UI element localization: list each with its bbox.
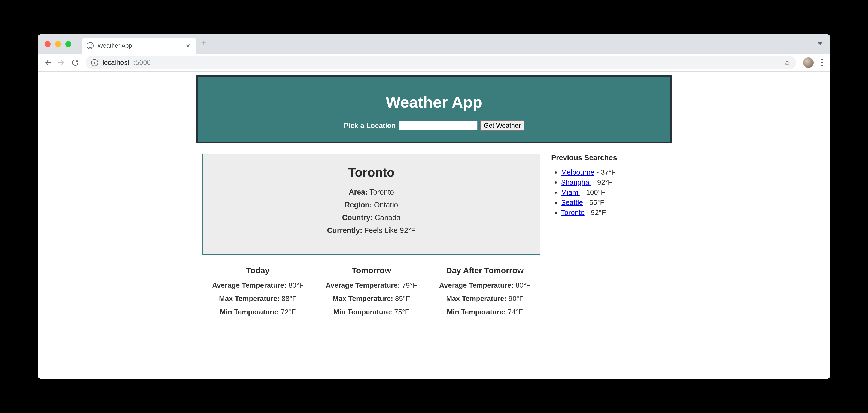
previous-searches-list: Melbourne - 37°F Shanghai - 92°F Miami -… xyxy=(551,168,665,217)
list-item: Melbourne - 37°F xyxy=(561,168,665,177)
arrow-left-icon xyxy=(44,59,52,67)
forecast-tomorrow: Tomorrow Average Temperature: 79°F Max T… xyxy=(316,266,427,321)
country-row: Country: Canada xyxy=(209,214,534,222)
info-icon[interactable]: i xyxy=(91,59,98,66)
header-banner: Weather App Pick a Location Get Weather xyxy=(196,75,672,143)
tab-strip: Weather App × + xyxy=(38,33,830,54)
browser-window: Weather App × + i localhost:5000 ☆ xyxy=(38,33,830,380)
region-row: Region: Ontario xyxy=(209,201,534,209)
browser-toolbar: i localhost:5000 ☆ xyxy=(38,54,830,72)
city-heading: Toronto xyxy=(209,165,534,180)
globe-icon xyxy=(87,42,94,49)
reload-button[interactable] xyxy=(70,57,81,68)
previous-search-link[interactable]: Seattle xyxy=(561,198,583,206)
forecast-day-after: Day After Tomorrow Average Temperature: … xyxy=(429,266,540,321)
forecast-heading: Today xyxy=(203,266,313,275)
currently-row: Currently: Feels Like 92°F xyxy=(209,226,534,235)
location-label: Pick a Location xyxy=(344,122,396,130)
page-title: Weather App xyxy=(203,93,665,111)
chevron-down-icon xyxy=(817,42,823,45)
url-path: :5000 xyxy=(134,59,151,66)
profile-avatar[interactable] xyxy=(803,58,813,68)
forecast-heading: Tomorrow xyxy=(316,266,427,275)
forward-button[interactable] xyxy=(56,57,67,68)
previous-search-link[interactable]: Toronto xyxy=(561,209,585,217)
new-tab-button[interactable]: + xyxy=(201,38,207,50)
browser-tab[interactable]: Weather App × xyxy=(82,38,196,54)
get-weather-button[interactable]: Get Weather xyxy=(480,120,524,131)
tab-title: Weather App xyxy=(97,42,181,49)
previous-searches-sidebar: Previous Searches Melbourne - 37°F Shang… xyxy=(551,154,665,321)
forecast-heading: Day After Tomorrow xyxy=(429,266,540,275)
dots-icon xyxy=(821,59,823,61)
location-input[interactable] xyxy=(399,121,477,130)
window-minimize-button[interactable] xyxy=(55,41,61,47)
page-viewport: Weather App Pick a Location Get Weather … xyxy=(38,72,830,380)
main-content: Toronto Area: Toronto Region: Ontario Co… xyxy=(196,154,672,321)
star-icon[interactable]: ☆ xyxy=(783,58,790,67)
back-button[interactable] xyxy=(42,57,53,68)
current-weather-card: Toronto Area: Toronto Region: Ontario Co… xyxy=(203,154,540,255)
tabs-dropdown-button[interactable] xyxy=(817,42,823,45)
sidebar-heading: Previous Searches xyxy=(551,154,665,162)
arrow-right-icon xyxy=(58,59,66,67)
list-item: Toronto - 92°F xyxy=(561,209,665,217)
forecast-today: Today Average Temperature: 80°F Max Temp… xyxy=(203,266,313,321)
address-bar[interactable]: i localhost:5000 ☆ xyxy=(86,56,796,69)
result-column: Toronto Area: Toronto Region: Ontario Co… xyxy=(203,154,540,321)
previous-search-link[interactable]: Melbourne xyxy=(561,168,594,176)
window-controls xyxy=(45,41,71,47)
window-maximize-button[interactable] xyxy=(65,41,71,47)
menu-button[interactable] xyxy=(818,59,826,66)
list-item: Shanghai - 92°F xyxy=(561,178,665,187)
search-form: Pick a Location Get Weather xyxy=(203,120,665,131)
reload-icon xyxy=(71,59,79,67)
close-icon[interactable]: × xyxy=(185,42,191,50)
area-row: Area: Toronto xyxy=(209,188,534,196)
list-item: Seattle - 65°F xyxy=(561,198,665,207)
window-close-button[interactable] xyxy=(45,41,51,47)
url-host: localhost xyxy=(102,59,129,66)
forecast-row: Today Average Temperature: 80°F Max Temp… xyxy=(203,266,540,321)
previous-search-link[interactable]: Shanghai xyxy=(561,178,591,186)
list-item: Miami - 100°F xyxy=(561,188,665,197)
previous-search-link[interactable]: Miami xyxy=(561,188,580,196)
